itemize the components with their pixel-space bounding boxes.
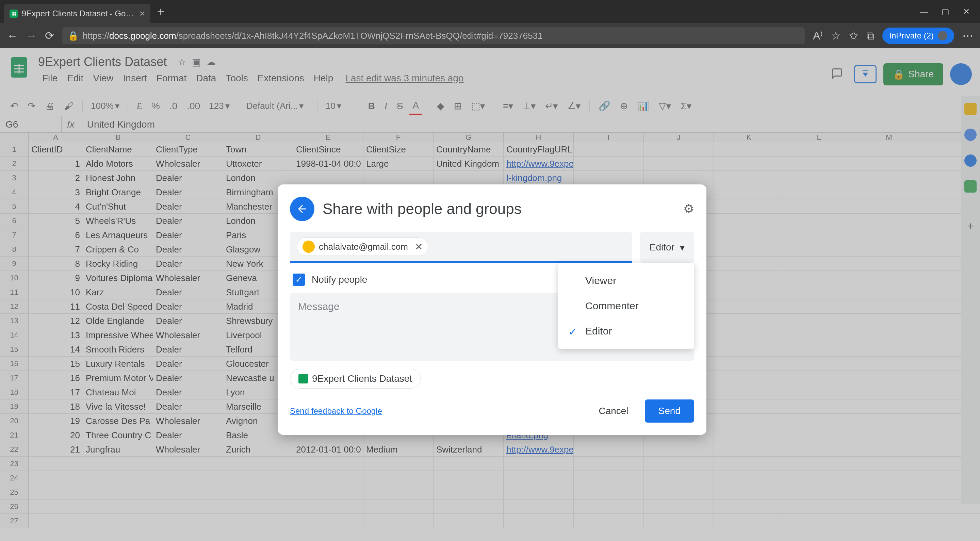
lock-icon: 🔒 bbox=[68, 30, 79, 41]
role-option-commenter[interactable]: Commenter bbox=[558, 293, 694, 318]
role-dropdown[interactable]: Editor ▾ ViewerCommenterEditor bbox=[640, 232, 694, 263]
more-icon[interactable]: ⋯ bbox=[962, 29, 973, 42]
back-button[interactable]: ← bbox=[7, 30, 18, 42]
chip-avatar-icon bbox=[302, 240, 315, 253]
star-icon[interactable]: ☆ bbox=[831, 29, 841, 42]
share-dialog: Share with people and groups ⚙ chalaivat… bbox=[278, 185, 706, 435]
tab-title: 9Expert Clients Dataset - Google bbox=[22, 9, 135, 18]
gear-icon[interactable]: ⚙ bbox=[683, 202, 694, 216]
attached-file-chip: 9Expert Clients Dataset bbox=[290, 369, 421, 388]
window-controls: — ▢ ✕ bbox=[920, 7, 980, 16]
email-chip: chalaivate@gmail.com ✕ bbox=[297, 237, 428, 256]
forward-button[interactable]: → bbox=[26, 30, 37, 42]
close-tab-icon[interactable]: × bbox=[140, 8, 145, 19]
remove-chip-icon[interactable]: ✕ bbox=[415, 241, 423, 253]
chevron-down-icon: ▾ bbox=[680, 242, 685, 253]
back-button[interactable] bbox=[290, 197, 314, 221]
collections-icon[interactable]: ⧉ bbox=[866, 30, 874, 42]
profile-icon bbox=[938, 31, 947, 40]
inprivate-badge[interactable]: InPrivate (2) bbox=[882, 27, 954, 44]
browser-titlebar: ▦ 9Expert Clients Dataset - Google × + —… bbox=[0, 0, 980, 23]
browser-actions: A⁾ ☆ ✩ ⧉ InPrivate (2) ⋯ bbox=[813, 27, 973, 44]
address-bar[interactable]: 🔒 https://docs.google.com/spreadsheets/d… bbox=[62, 27, 805, 44]
browser-tab[interactable]: ▦ 9Expert Clients Dataset - Google × bbox=[4, 4, 150, 23]
new-tab-button[interactable]: + bbox=[157, 5, 164, 19]
favorites-icon[interactable]: ✩ bbox=[849, 29, 858, 42]
role-dropdown-menu: ViewerCommenterEditor bbox=[558, 263, 694, 349]
notify-label: Notify people bbox=[312, 274, 367, 285]
people-input[interactable]: chalaivate@gmail.com ✕ bbox=[290, 232, 632, 263]
sheets-icon bbox=[298, 374, 308, 383]
url-text: https://docs.google.com/spreadsheets/d/1… bbox=[83, 30, 543, 41]
dialog-title: Share with people and groups bbox=[323, 200, 675, 217]
role-option-editor[interactable]: Editor bbox=[558, 318, 694, 344]
cancel-button[interactable]: Cancel bbox=[588, 400, 639, 422]
maximize-icon[interactable]: ▢ bbox=[942, 7, 950, 16]
role-option-viewer[interactable]: Viewer bbox=[558, 268, 694, 293]
refresh-button[interactable]: ⟳ bbox=[45, 29, 54, 42]
notify-checkbox[interactable]: ✓ bbox=[293, 274, 305, 286]
sheets-favicon-icon: ▦ bbox=[10, 10, 18, 18]
close-window-icon[interactable]: ✕ bbox=[963, 7, 970, 16]
feedback-link[interactable]: Send feedback to Google bbox=[290, 406, 382, 416]
url-bar: ← → ⟳ 🔒 https://docs.google.com/spreadsh… bbox=[0, 23, 980, 48]
send-button[interactable]: Send bbox=[645, 399, 694, 423]
read-aloud-icon[interactable]: A⁾ bbox=[813, 29, 823, 42]
minimize-icon[interactable]: — bbox=[920, 7, 928, 16]
